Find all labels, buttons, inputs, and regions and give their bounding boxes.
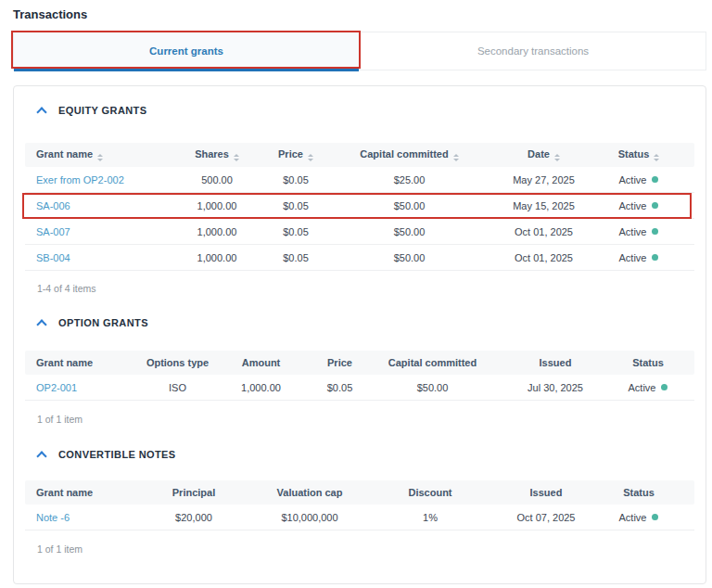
transactions-page: Transactions Current grants Secondary tr… [0, 0, 712, 588]
options-items-count: 1 of 1 item [14, 414, 706, 425]
column-header-issued[interactable]: Issued [490, 487, 602, 498]
column-header-capital-committed[interactable]: Capital committed [333, 148, 486, 161]
active-tab-underline [14, 69, 359, 71]
column-header-status[interactable]: Status [620, 357, 676, 368]
sort-icon[interactable] [453, 154, 459, 161]
chevron-up-icon[interactable] [37, 107, 46, 114]
grant-link[interactable]: SB-004 [36, 252, 175, 263]
column-header-price[interactable]: Price [259, 148, 333, 161]
grant-link[interactable]: SA-007 [36, 226, 175, 237]
cell-principal: $20,000 [138, 512, 249, 523]
sort-icon[interactable] [308, 154, 313, 161]
cell-discount: 1% [370, 512, 490, 523]
column-header-date[interactable]: Date [486, 148, 602, 161]
column-header-amount[interactable]: Amount [217, 357, 305, 368]
convertible-notes-table: Grant name Principal Valuation cap Disco… [14, 480, 706, 530]
cell-shares: 1,000.00 [175, 226, 259, 237]
convertible-notes-section-header[interactable]: CONVERTIBLE NOTES [14, 447, 706, 462]
option-grants-table: Grant name Options type Amount Price Cap… [14, 351, 706, 401]
sort-icon[interactable] [554, 154, 560, 161]
cell-capital: $50.00 [375, 382, 490, 393]
status-badge: Active [629, 382, 656, 393]
table-row[interactable]: SA-006 1,000.00 $0.05 $50.00 May 15, 202… [25, 193, 694, 219]
column-header-price[interactable]: Price [305, 357, 375, 368]
grant-link[interactable]: OP2-001 [36, 382, 138, 393]
equity-grants-table: Grant name Shares Price Capital committe… [14, 143, 706, 271]
status-badge: Active [619, 226, 647, 237]
tab-bar: Current grants Secondary transactions [13, 32, 706, 70]
column-header-options-type[interactable]: Options type [138, 357, 217, 368]
status-dot [652, 228, 658, 235]
table-row[interactable]: SA-007 1,000.00 $0.05 $50.00 Oct 01, 202… [25, 219, 694, 245]
chevron-up-icon[interactable] [37, 451, 46, 458]
cell-price: $0.05 [259, 200, 333, 211]
status-dot [652, 176, 658, 183]
table-row[interactable]: SB-004 1,000.00 $0.05 $50.00 Oct 01, 202… [25, 245, 694, 271]
table-row[interactable]: OP2-001 ISO 1,000.00 $0.05 $50.00 Jul 30… [25, 375, 694, 401]
cell-status: Active [602, 252, 676, 263]
table-row[interactable]: Exer from OP2-002 500.00 $0.05 $25.00 Ma… [25, 167, 694, 193]
cell-shares: 500.00 [175, 174, 259, 185]
cell-date: Oct 01, 2025 [486, 226, 602, 237]
chevron-up-icon[interactable] [37, 319, 46, 326]
grant-link[interactable]: SA-006 [36, 200, 175, 211]
grant-link[interactable]: Note -6 [36, 512, 138, 523]
cell-status: Active [602, 512, 676, 523]
column-header-grant-name[interactable]: Grant name [36, 487, 138, 498]
notes-table-header-row: Grant name Principal Valuation cap Disco… [25, 480, 694, 505]
cell-issued: Oct 07, 2025 [490, 512, 602, 523]
cell-options-type: ISO [138, 382, 217, 393]
tab-secondary-transactions[interactable]: Secondary transactions [360, 32, 706, 70]
transactions-card: EQUITY GRANTS Grant name Shares Price Ca… [13, 85, 706, 584]
equity-items-count: 1-4 of 4 items [14, 283, 706, 294]
cell-date: Oct 01, 2025 [486, 252, 602, 263]
status-dot [652, 254, 658, 261]
table-row[interactable]: Note -6 $20,000 $10,000,000 1% Oct 07, 2… [25, 505, 694, 530]
sort-icon[interactable] [654, 154, 659, 161]
cell-price: $0.05 [259, 226, 333, 237]
equity-table-header-row: Grant name Shares Price Capital committe… [25, 143, 694, 167]
option-grants-title: OPTION GRANTS [58, 317, 148, 328]
tab-current-grants[interactable]: Current grants [13, 32, 360, 70]
column-header-grant-name[interactable]: Grant name [36, 357, 138, 368]
column-header-valuation-cap[interactable]: Valuation cap [249, 487, 370, 498]
status-dot [652, 514, 658, 520]
column-header-issued[interactable]: Issued [490, 357, 620, 368]
status-dot [661, 384, 668, 390]
options-table-header-row: Grant name Options type Amount Price Cap… [25, 351, 694, 375]
status-badge: Active [619, 200, 647, 211]
tab-secondary-transactions-label: Secondary transactions [477, 45, 589, 57]
column-header-status[interactable]: Status [602, 487, 676, 498]
option-grants-section-header[interactable]: OPTION GRANTS [14, 315, 706, 330]
status-badge: Active [619, 252, 647, 263]
column-header-status[interactable]: Status [602, 148, 676, 161]
cell-date: May 27, 2025 [486, 174, 602, 185]
cell-status: Active [602, 174, 676, 185]
cell-issued: Jul 30, 2025 [490, 382, 620, 393]
cell-status: Active [620, 382, 676, 393]
status-badge: Active [619, 512, 647, 523]
cell-price: $0.05 [305, 382, 375, 393]
column-header-capital-committed[interactable]: Capital committed [375, 357, 490, 368]
grant-link[interactable]: Exer from OP2-002 [36, 174, 175, 185]
notes-items-count: 1 of 1 item [14, 543, 706, 555]
tab-current-grants-label: Current grants [149, 45, 223, 57]
cell-capital: $50.00 [333, 200, 486, 211]
equity-grants-section-header[interactable]: EQUITY GRANTS [14, 103, 706, 118]
column-header-principal[interactable]: Principal [138, 487, 249, 498]
cell-date: May 15, 2025 [486, 200, 602, 211]
status-dot [652, 202, 658, 209]
column-header-shares[interactable]: Shares [175, 148, 259, 161]
column-header-discount[interactable]: Discount [370, 487, 490, 498]
sort-icon[interactable] [97, 154, 103, 161]
cell-shares: 1,000.00 [175, 252, 259, 263]
status-badge: Active [619, 174, 647, 185]
cell-status: Active [602, 226, 676, 237]
equity-grants-title: EQUITY GRANTS [58, 105, 146, 116]
sort-icon[interactable] [234, 154, 239, 161]
column-header-grant-name[interactable]: Grant name [36, 148, 175, 161]
cell-capital: $50.00 [333, 252, 486, 263]
convertible-notes-title: CONVERTIBLE NOTES [58, 449, 176, 460]
cell-price: $0.05 [259, 174, 333, 185]
cell-shares: 1,000.00 [175, 200, 259, 211]
